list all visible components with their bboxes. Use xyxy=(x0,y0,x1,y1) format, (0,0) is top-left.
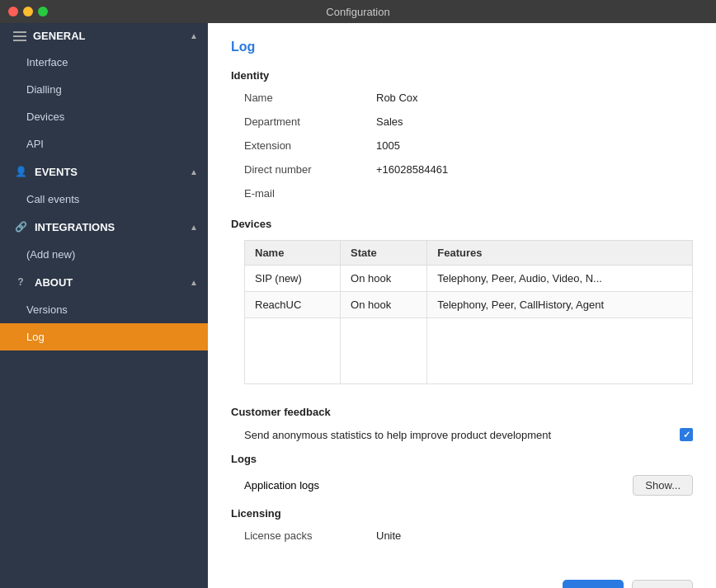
logs-section: Logs Application logs Show... xyxy=(231,453,693,496)
save-button[interactable]: Save xyxy=(563,580,624,588)
sidebar-item-dialling[interactable]: Dialling xyxy=(0,76,208,103)
devices-heading: Devices xyxy=(231,218,693,230)
cancel-button[interactable]: Cancel xyxy=(632,580,693,588)
identity-heading: Identity xyxy=(231,69,693,82)
content-area: Log Identity Name Rob Cox Department Sal… xyxy=(208,23,716,588)
feedback-row: Send anonymous statistics to help improv… xyxy=(244,428,693,441)
sidebar-section-general-label: GENERAL xyxy=(33,30,86,42)
identity-grid: Name Rob Cox Department Sales Extension … xyxy=(244,92,693,200)
sidebar-section-about[interactable]: ? ABOUT ▲ xyxy=(0,268,208,296)
licensing-row: License packs Unite xyxy=(244,529,693,542)
titlebar: Configuration xyxy=(0,0,716,23)
col-name-header: Name xyxy=(245,241,341,266)
sidebar-section-general[interactable]: GENERAL ▲ xyxy=(0,23,208,49)
sidebar-section-integrations-label: INTEGRATIONS xyxy=(35,221,115,233)
footer-buttons: Save Cancel xyxy=(231,570,693,588)
license-packs-value: Unite xyxy=(376,529,401,542)
link-icon: 🔗 xyxy=(13,219,28,234)
sidebar-item-versions[interactable]: Versions xyxy=(0,296,208,323)
devices-table-wrapper: Name State Features SIP (new) On hook Te… xyxy=(244,240,693,384)
identity-name-label: Name xyxy=(244,92,376,104)
feedback-text: Send anonymous statistics to help improv… xyxy=(244,429,551,441)
sidebar-section-integrations[interactable]: 🔗 INTEGRATIONS ▲ xyxy=(0,213,208,241)
chevron-up-icon: ▲ xyxy=(190,31,198,40)
sidebar-section-events[interactable]: 👤 EVENTS ▲ xyxy=(0,158,208,186)
licensing-section: Licensing License packs Unite xyxy=(231,507,693,542)
main-layout: GENERAL ▲ Interface Dialling Devices API… xyxy=(0,23,716,588)
device-row2-name: ReachUC xyxy=(245,292,341,318)
identity-direct-value: +16028584461 xyxy=(376,163,693,176)
identity-name-value: Rob Cox xyxy=(376,92,693,104)
logs-row: Application logs Show... xyxy=(244,475,693,496)
sidebar-section-about-label: ABOUT xyxy=(35,276,73,289)
sidebar: GENERAL ▲ Interface Dialling Devices API… xyxy=(0,23,208,588)
logs-heading: Logs xyxy=(231,453,693,465)
chevron-up-icon-integrations: ▲ xyxy=(190,223,198,232)
table-row-empty xyxy=(245,318,693,384)
maximize-button[interactable] xyxy=(38,7,48,16)
identity-direct-label: Direct number xyxy=(244,163,376,176)
licensing-heading: Licensing xyxy=(231,507,693,520)
identity-dept-label: Department xyxy=(244,115,376,128)
devices-table: Name State Features SIP (new) On hook Te… xyxy=(244,240,693,384)
minimize-button[interactable] xyxy=(23,7,33,16)
window-title: Configuration xyxy=(326,6,389,18)
question-icon: ? xyxy=(13,275,28,289)
sidebar-item-add-new[interactable]: (Add new) xyxy=(0,241,208,268)
col-state-header: State xyxy=(341,241,427,266)
devices-section: Devices Name State Features SIP (new) On… xyxy=(231,218,693,402)
identity-email-value xyxy=(376,187,693,200)
identity-email-label: E-mail xyxy=(244,187,376,200)
chevron-up-icon-about: ▲ xyxy=(190,278,198,287)
feedback-section: Customer feedback Send anonymous statist… xyxy=(231,406,693,441)
device-row1-state: On hook xyxy=(341,266,427,292)
chevron-up-icon-events: ▲ xyxy=(190,167,198,176)
device-row1-name: SIP (new) xyxy=(245,266,341,292)
table-row: SIP (new) On hook Telephony, Peer, Audio… xyxy=(245,266,693,292)
person-icon: 👤 xyxy=(13,164,28,179)
license-packs-label: License packs xyxy=(244,529,376,542)
sidebar-item-devices[interactable]: Devices xyxy=(0,103,208,130)
feedback-heading: Customer feedback xyxy=(231,406,693,418)
close-button[interactable] xyxy=(8,7,18,16)
sidebar-item-api[interactable]: API xyxy=(0,130,208,158)
sidebar-item-interface[interactable]: Interface xyxy=(0,49,208,76)
sidebar-item-log[interactable]: Log xyxy=(0,323,208,350)
hamburger-icon[interactable] xyxy=(13,31,26,41)
application-logs-label: Application logs xyxy=(244,479,319,492)
device-row2-state: On hook xyxy=(341,292,427,318)
identity-ext-label: Extension xyxy=(244,139,376,152)
identity-dept-value: Sales xyxy=(376,115,693,128)
page-title: Log xyxy=(231,40,693,54)
show-logs-button[interactable]: Show... xyxy=(633,475,693,496)
col-features-header: Features xyxy=(427,241,693,266)
anonymous-stats-checkbox[interactable] xyxy=(680,428,693,441)
device-row1-features: Telephony, Peer, Audio, Video, N... xyxy=(427,266,693,292)
traffic-lights xyxy=(8,7,48,16)
device-row2-features: Telephony, Peer, CallHistory, Agent xyxy=(427,292,693,318)
sidebar-section-events-label: EVENTS xyxy=(35,166,78,178)
table-row: ReachUC On hook Telephony, Peer, CallHis… xyxy=(245,292,693,318)
identity-ext-value: 1005 xyxy=(376,139,693,152)
sidebar-item-call-events[interactable]: Call events xyxy=(0,186,208,213)
